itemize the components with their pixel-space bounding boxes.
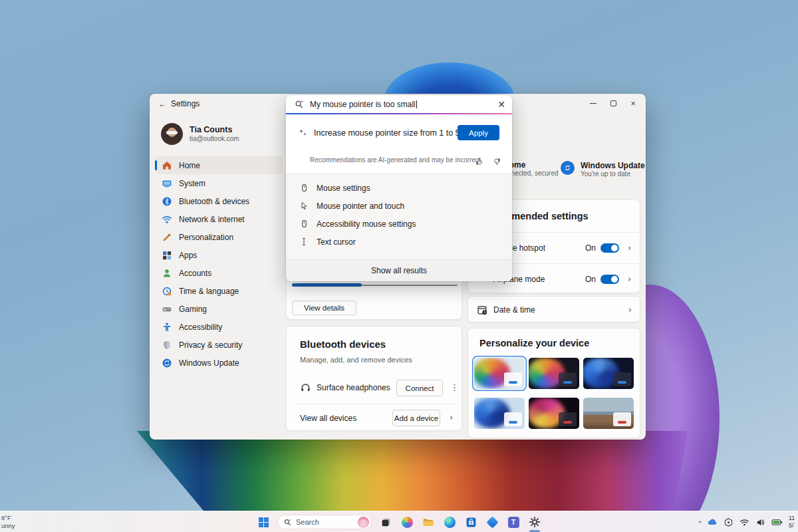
sidebar-item-privacy[interactable]: Privacy & security — [155, 336, 283, 354]
apps-icon — [162, 250, 172, 261]
system-icon — [162, 178, 172, 189]
airplane-mode-toggle[interactable] — [600, 275, 619, 284]
store-button[interactable] — [464, 515, 478, 529]
weather-widget[interactable]: 8°F unny — [1, 514, 15, 530]
sidebar-item-accessibility[interactable]: Accessibility — [155, 318, 283, 336]
bluetooth-title: Bluetooth devices — [300, 338, 386, 350]
sidebar-item-gaming[interactable]: Gaming — [155, 300, 283, 318]
sidebar-item-time-language[interactable]: Time & language — [155, 282, 283, 300]
update-icon — [162, 358, 172, 368]
system-tray: › 11 5/ — [698, 511, 798, 532]
profile-name: Tia Counts — [190, 125, 232, 134]
sidebar-item-windows-update[interactable]: Windows Update — [155, 354, 283, 372]
tray-app-icon[interactable] — [724, 517, 733, 527]
start-button[interactable] — [256, 515, 271, 529]
teams-icon: T — [508, 517, 519, 528]
window-title: Settings — [171, 99, 200, 108]
tray-clock[interactable]: 11 5/ — [789, 515, 798, 530]
task-view-button[interactable] — [378, 515, 393, 529]
chevron-right-icon: › — [628, 305, 632, 315]
mouse-icon — [299, 219, 309, 229]
mobile-hotspot-toggle[interactable] — [600, 243, 619, 253]
search-bar[interactable]: My mouse pointer is too small ✕ — [286, 95, 512, 113]
gear-icon — [529, 516, 541, 528]
result-text-cursor[interactable]: Text cursor — [286, 233, 512, 251]
onedrive-cloud-icon[interactable] — [707, 517, 718, 527]
edge-icon — [444, 517, 456, 528]
sidebar-item-bluetooth[interactable]: Bluetooth & devices — [155, 192, 283, 210]
edge-button[interactable] — [442, 515, 457, 529]
view-details-button[interactable]: View details — [292, 301, 356, 315]
dev-app-button[interactable] — [485, 515, 499, 529]
sidebar-nav: Home System Bluetooth & devices Network … — [155, 156, 283, 372]
bluetooth-device-row: Surface headphones Connect ⋮ — [287, 374, 462, 401]
device-more-menu[interactable]: ⋮ — [450, 382, 459, 392]
search-input[interactable]: My mouse pointer is too small — [310, 100, 492, 109]
volume-icon[interactable] — [755, 517, 765, 527]
search-highlight-image — [358, 517, 369, 528]
sidebar-item-apps[interactable]: Apps — [155, 246, 283, 264]
search-results: Mouse settings Mouse pointer and touch A… — [286, 174, 512, 259]
theme-thumbnail-flower[interactable] — [529, 398, 579, 429]
cursor-icon — [299, 201, 309, 211]
minimize-button[interactable] — [583, 96, 603, 110]
show-all-results-button[interactable]: Show all results — [286, 259, 512, 281]
tray-chevron-up-icon[interactable]: › — [696, 521, 704, 523]
teams-button[interactable]: T — [506, 515, 521, 529]
diamond-app-icon — [486, 516, 498, 528]
search-placeholder: Search — [296, 518, 354, 526]
sidebar-item-personalization[interactable]: Personalization — [155, 228, 283, 246]
bluetooth-footer-row[interactable]: View all devices Add a device › — [287, 404, 462, 431]
wifi-tray-icon[interactable] — [739, 517, 749, 527]
taskbar-search-box[interactable]: Search — [277, 515, 372, 529]
theme-thumbnail-light-blue[interactable] — [474, 398, 525, 429]
apply-button[interactable]: Apply — [458, 125, 499, 140]
settings-taskbar-button[interactable] — [527, 515, 542, 529]
sidebar-item-home[interactable]: Home — [155, 156, 283, 174]
close-button[interactable]: × — [623, 96, 643, 110]
theme-thumbnail-dark-rainbow[interactable] — [529, 358, 579, 389]
personalize-card: Personalize your device — [467, 328, 640, 438]
result-mouse-settings[interactable]: Mouse settings — [286, 179, 512, 197]
bluetooth-subtitle: Manage, add, and remove devices — [300, 356, 412, 364]
sidebar-item-network[interactable]: Network & internet — [155, 210, 283, 228]
result-accessibility-mouse[interactable]: Accessibility mouse settings — [286, 215, 512, 233]
date-time-card[interactable]: Date & time › — [467, 296, 640, 323]
theme-thumbnail-landscape[interactable] — [583, 398, 634, 429]
thumbs-down-icon[interactable] — [492, 157, 501, 166]
theme-grid — [474, 358, 635, 429]
theme-thumbnail-dark-blue[interactable] — [583, 358, 634, 389]
sparkle-icon — [298, 128, 308, 138]
view-all-devices-link[interactable]: View all devices — [300, 414, 356, 423]
maximize-button[interactable] — [603, 96, 623, 110]
add-device-button[interactable]: Add a device — [392, 410, 440, 426]
windows-logo-icon — [259, 517, 269, 527]
text-caret — [416, 100, 417, 108]
avatar[interactable] — [161, 123, 183, 145]
toggle-state-label: On — [585, 243, 596, 253]
copilot-icon — [402, 517, 413, 528]
windows-update-status: You're up to date — [581, 170, 630, 178]
copilot-button[interactable] — [400, 515, 414, 529]
profile-email: tia@outlook.com — [190, 135, 239, 142]
thumbs-up-icon[interactable] — [475, 157, 484, 166]
search-close-icon[interactable]: ✕ — [497, 99, 505, 110]
file-explorer-button[interactable] — [421, 515, 436, 529]
date-time-label: Date & time — [493, 305, 535, 315]
chevron-right-icon: › — [628, 274, 631, 284]
windows-update-title[interactable]: Windows Update — [581, 161, 645, 170]
ai-recommendation-card: Increase mouse pointer size from 1 to 5 … — [286, 114, 512, 174]
clock-icon — [162, 286, 172, 297]
theme-thumbnail-light-rainbow[interactable] — [474, 358, 525, 389]
desktop: ← Settings × Tia Counts tia@outlook.com … — [0, 0, 798, 532]
connect-button[interactable]: Connect — [396, 380, 443, 396]
result-mouse-pointer-touch[interactable]: Mouse pointer and touch — [286, 197, 512, 215]
back-button[interactable]: ← — [155, 97, 170, 110]
sidebar-item-system[interactable]: System — [155, 174, 283, 192]
battery-icon[interactable] — [771, 517, 783, 528]
bluetooth-device-name: Surface headphones — [317, 383, 390, 392]
mouse-icon — [299, 183, 309, 193]
brush-icon — [162, 232, 172, 243]
task-view-icon — [380, 517, 392, 528]
sidebar-item-accounts[interactable]: Accounts — [155, 264, 283, 282]
